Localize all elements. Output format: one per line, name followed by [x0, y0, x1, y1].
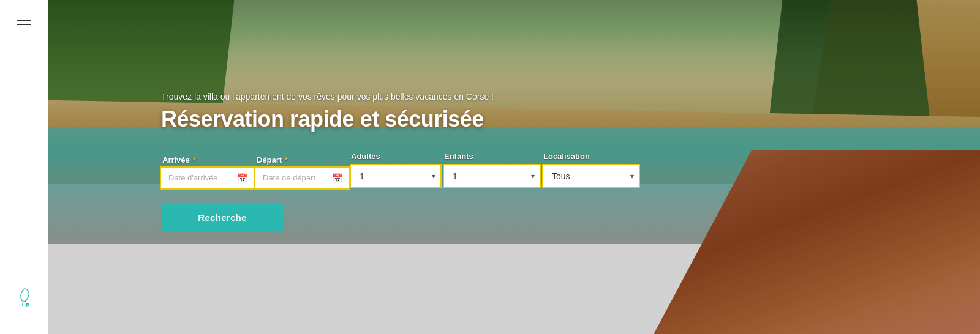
sidebar: c [0, 0, 48, 334]
departure-required: * [282, 155, 288, 165]
calendar-icon-departure: 📅 [332, 173, 342, 183]
children-select-wrapper: 0 1 2 3 4 ▾ [443, 164, 541, 188]
adults-select-wrapper: 1 2 3 4 5 ▾ [350, 164, 442, 188]
arrival-placeholder: Date d'arrivée [168, 173, 235, 182]
location-label: Localisation [542, 152, 640, 161]
arrival-required: * [190, 155, 196, 165]
location-select-wrapper: Tous Nord Sud Ajaccio Bastia Porto-Vecch… [542, 164, 640, 188]
search-button[interactable]: Recherche [161, 204, 284, 231]
children-label: Enfants [443, 152, 541, 161]
adults-select[interactable]: 1 2 3 4 5 [350, 164, 442, 188]
form-fields-row: Arrivée * Date d'arrivée 📅 Départ * [161, 152, 682, 188]
hamburger-menu[interactable] [15, 17, 33, 28]
departure-field-group: Départ * Date de départ 📅 [255, 155, 349, 188]
location-select[interactable]: Tous Nord Sud Ajaccio Bastia Porto-Vecch… [542, 164, 640, 188]
arrival-input-border: Date d'arrivée 📅 [161, 168, 254, 188]
hero-subtitle: Trouvez la villa ou l'appartement de vos… [161, 92, 980, 102]
arrival-input-wrapper[interactable]: Date d'arrivée 📅 [161, 168, 254, 188]
adults-field-group: Adultes 1 2 3 4 5 ▾ [350, 152, 442, 188]
arrival-field-group: Arrivée * Date d'arrivée 📅 [161, 155, 254, 188]
logo-area: c [12, 284, 36, 310]
hero-section: Trouvez la villa ou l'appartement de vos… [48, 0, 980, 334]
search-form: Arrivée * Date d'arrivée 📅 Départ * [161, 152, 682, 231]
logo-icon: c [12, 284, 36, 307]
children-select[interactable]: 0 1 2 3 4 [443, 164, 541, 188]
children-field-group: Enfants 0 1 2 3 4 ▾ [443, 152, 541, 188]
arrival-label: Arrivée * [161, 155, 254, 165]
svg-text:c: c [26, 300, 29, 307]
departure-label: Départ * [255, 155, 349, 165]
adults-label: Adultes [350, 152, 442, 161]
departure-input-border: Date de départ 📅 [255, 168, 349, 188]
hero-content: Trouvez la villa ou l'appartement de vos… [48, 0, 980, 334]
calendar-icon-arrival: 📅 [237, 173, 247, 183]
location-field-group: Localisation Tous Nord Sud Ajaccio Basti… [542, 152, 640, 188]
hero-title: Réservation rapide et sécurisée [161, 106, 980, 132]
departure-input-wrapper[interactable]: Date de départ 📅 [255, 168, 349, 188]
departure-placeholder: Date de départ [263, 173, 330, 182]
